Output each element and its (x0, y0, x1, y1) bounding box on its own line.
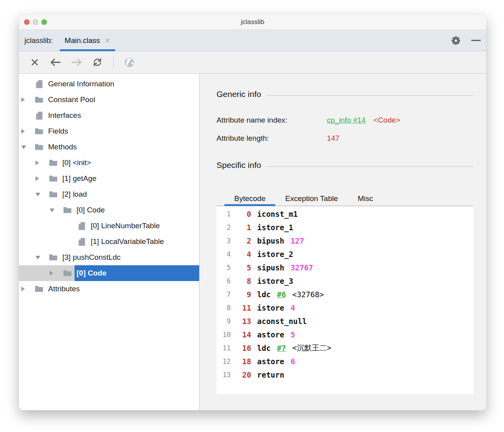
header-rule (267, 95, 474, 96)
mnemonic: bipush (257, 236, 284, 245)
folder-icon (34, 143, 44, 151)
tree-item-label: [1] LocalVariableTable (91, 237, 164, 246)
document-icon (34, 112, 44, 120)
tree-item-label: [1] getAge (62, 174, 97, 183)
operand: <32768> (292, 290, 324, 299)
folder-icon (49, 175, 58, 182)
tree-item[interactable]: [1] getAge (19, 171, 199, 186)
folder-icon (63, 207, 72, 214)
operand: 4 (291, 304, 295, 312)
tab-label: Main.class (65, 36, 100, 45)
tab-main-class[interactable]: Main.class (60, 30, 115, 51)
editor-tab-bar: jclasslib: Main.class (19, 30, 486, 51)
tree-item[interactable]: [0] <init> (19, 155, 199, 171)
toolbar (19, 51, 486, 74)
instruction-offset: 2 (231, 236, 251, 245)
globe-icon[interactable] (124, 57, 134, 67)
bytecode-line: 913aconst_null (220, 315, 474, 328)
tree-item[interactable]: [3] pushConstLdc (19, 250, 199, 265)
tree-item-label: [2] load (62, 190, 87, 199)
tree-item-label: Interfaces (48, 111, 81, 120)
mnemonic: ldc (257, 344, 271, 352)
attribute-length-row: Attribute length: 147 (217, 133, 474, 144)
mnemonic: istore_1 (257, 223, 293, 232)
back-arrow-icon[interactable] (50, 57, 61, 67)
line-number: 12 (220, 358, 231, 365)
operand: <沉默王二> (292, 343, 331, 353)
close-file-icon[interactable] (30, 57, 40, 67)
folder-icon (34, 96, 44, 103)
instruction-offset: 11 (231, 304, 251, 312)
window-title: jclasslib (19, 18, 486, 26)
tree-item-label: [0] Code (75, 265, 199, 281)
document-icon (34, 80, 44, 88)
folder-icon (49, 254, 58, 261)
bytecode-line: 32bipush127 (220, 234, 474, 248)
tree-item-label: Attributes (48, 285, 80, 293)
tree-item[interactable]: Interfaces (19, 108, 199, 123)
instruction-offset: 14 (231, 330, 251, 339)
tree-item-label: [0] <init> (62, 158, 91, 167)
header-rule (267, 166, 474, 167)
bytecode-line: 811istore4 (220, 301, 474, 315)
instruction-offset: 18 (231, 357, 251, 366)
tree-item[interactable]: Methods (19, 139, 199, 155)
operand: 5 (291, 330, 295, 339)
folder-icon (63, 270, 72, 277)
tree-item[interactable]: Constant Pool (19, 92, 199, 108)
bytecode-line: 21istore_1 (220, 221, 474, 234)
tree-item[interactable]: [0] Code (19, 265, 199, 281)
minimize-panel-icon[interactable] (471, 40, 481, 41)
tree-item-label: Constant Pool (48, 95, 95, 104)
chevron-down-icon[interactable] (21, 145, 34, 149)
chevron-right-icon[interactable] (21, 97, 34, 102)
chevron-right-icon[interactable] (35, 160, 49, 165)
tree-item[interactable]: [1] LocalVariableTable (19, 234, 199, 250)
chevron-down-icon[interactable] (35, 193, 49, 196)
tree-item[interactable]: Fields (19, 123, 199, 139)
chevron-right-icon[interactable] (50, 271, 63, 276)
constant-pool-link[interactable]: cp_info #14 (327, 116, 366, 125)
chevron-right-icon[interactable] (35, 176, 49, 181)
tab-misc[interactable]: Misc (348, 192, 383, 206)
line-number: 10 (220, 331, 231, 339)
refresh-icon[interactable] (92, 57, 103, 67)
operand: 127 (291, 236, 304, 245)
document-icon (77, 222, 86, 230)
bytecode-line: 55sipush32767 (220, 261, 474, 274)
instruction-offset: 9 (231, 290, 251, 299)
tab-close-icon[interactable] (105, 37, 110, 43)
tree-item[interactable]: [0] LineNumberTable (19, 218, 199, 234)
constant-pool-operand-link[interactable]: #7 (277, 344, 286, 352)
app-label: jclasslib: (24, 36, 53, 45)
tab-exception-table[interactable]: Exception Table (275, 192, 348, 206)
chevron-down-icon[interactable] (50, 209, 63, 212)
chevron-right-icon[interactable] (21, 287, 34, 291)
active-tab-underline (60, 49, 115, 51)
settings-gear-icon[interactable] (451, 35, 461, 46)
line-number: 11 (220, 344, 231, 352)
mnemonic: astore (257, 330, 284, 339)
bytecode-line: 10iconst_m1 (220, 207, 474, 221)
instruction-offset: 8 (231, 277, 251, 285)
tree-item[interactable]: [0] Code (19, 202, 199, 218)
title-bar: jclasslib (19, 14, 486, 30)
tree-item-label: [0] Code (77, 206, 105, 214)
tree-item[interactable]: Attributes (19, 281, 199, 297)
forward-arrow-icon[interactable] (71, 57, 82, 67)
chevron-right-icon[interactable] (21, 129, 34, 134)
generic-info-title: Generic info (217, 89, 261, 99)
constant-pool-operand-link[interactable]: #6 (277, 290, 286, 299)
tree-item[interactable]: General Information (19, 76, 199, 92)
mnemonic: return (257, 371, 284, 379)
tab-bytecode[interactable]: Bytecode (224, 192, 275, 206)
mnemonic: ldc (257, 290, 271, 299)
mnemonic: sipush (257, 263, 284, 272)
attribute-length-value: 147 (327, 134, 340, 143)
mnemonic: aconst_null (257, 317, 307, 326)
mnemonic: iconst_m1 (257, 210, 298, 218)
chevron-down-icon[interactable] (35, 256, 49, 259)
instruction-offset: 16 (231, 344, 251, 352)
bytecode-line: 44istore_2 (220, 248, 474, 261)
tree-item[interactable]: [2] load (19, 186, 199, 202)
